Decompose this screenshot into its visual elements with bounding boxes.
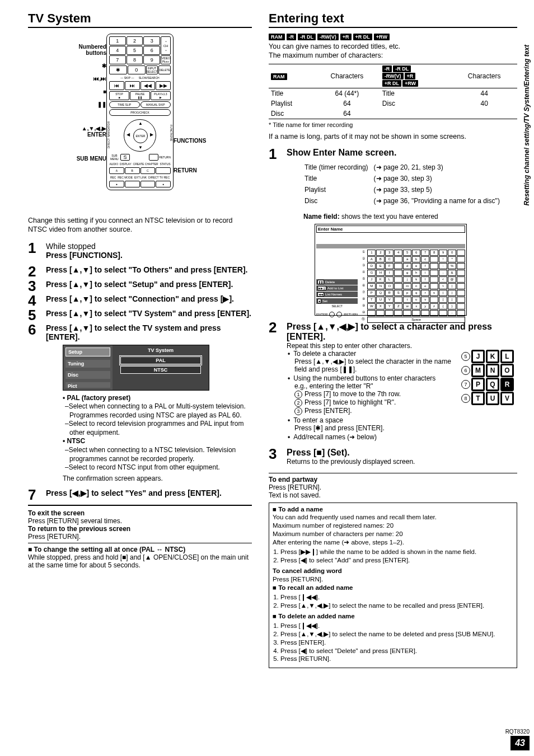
callout-star: ✱: [62, 59, 106, 72]
et-intro2: The maximum number of characters:: [269, 51, 517, 60]
change-note: To change the setting all at once (PAL ↔…: [28, 546, 252, 569]
enter-name-screen: Enter Name ❚❚Delete ▶▶❙Add to List ◀◀Lis…: [315, 224, 467, 316]
callout-nav: ▲,▼,◀,▶ ENTER: [62, 122, 106, 141]
remote-diagram: Numbered buttons ✱ ⏮,⏭ ■ ❚❚ ▲,▼,◀,▶ ENTE…: [28, 34, 252, 205]
step-1: While stopped Press [FUNCTIONS].: [28, 242, 252, 260]
callout-stop: ■: [62, 85, 106, 98]
callout-skip: ⏮,⏭: [62, 72, 106, 85]
callout-return: RETURN: [174, 164, 218, 177]
callout-numbered: Numbered buttons: [62, 40, 106, 59]
et-step-3: Press [■] (Set). Returns to the previous…: [269, 448, 517, 466]
step-3: Press [▲,▼] to select "Setup" and press …: [28, 280, 252, 289]
add-name-box: To add a name You can add frequently use…: [269, 503, 517, 669]
et-intro1: You can give names to recorded titles, e…: [269, 42, 517, 51]
prog-check-button: PROG/CHECK: [109, 109, 171, 116]
tv-intro: Change this setting if you connect an NT…: [28, 216, 252, 234]
setup-screen: Setup Tuning Disc Pict TV System PAL NTS…: [63, 345, 209, 391]
tv-system-title: TV System: [28, 11, 252, 28]
et-step-2: Press [▲,▼,◀,▶] to select a character an…: [269, 321, 517, 442]
step-2: Press [▲,▼] to select "To Others" and pr…: [28, 265, 252, 274]
side-tab-text: Resetting channel setting/TV System/Ente…: [523, 45, 531, 205]
disc-badges: RAM -R -R DL -RW(V) +R +R DL +RW: [269, 34, 517, 40]
entering-text-title: Entering text: [269, 11, 517, 28]
asterisk-note: * Title name for timer recording: [269, 121, 517, 128]
step-6: Press [▲,▼] to select the TV system and …: [28, 323, 252, 483]
et-step-1: Show Enter Name screen. Title (timer rec…: [269, 148, 517, 316]
key-zoom-diagram: 5JKL6MNO7PQR8TUV: [461, 350, 517, 406]
step-7: Press [◀,▶] to select "Yes" and press [E…: [28, 489, 252, 497]
char-table: RAM Characters -R-R DL -RW(V)+R +R DL+RW…: [269, 64, 517, 119]
callout-pause: ❚❚: [62, 98, 106, 111]
callout-submenu: SUB MENU: [62, 152, 106, 165]
long-note: If a name is long, parts of it may not b…: [269, 133, 517, 140]
step-4: Press [▲,▼] to select "Connection" and p…: [28, 294, 252, 303]
end-partway: To end partway Press [RETURN]. Text is n…: [269, 476, 517, 499]
exit-note: To exit the screen Press [RETURN] severa…: [28, 509, 252, 541]
callout-functions: FUNCTIONS: [174, 134, 218, 147]
step-5: Press [▲,▼] to select "TV System" and pr…: [28, 309, 252, 318]
